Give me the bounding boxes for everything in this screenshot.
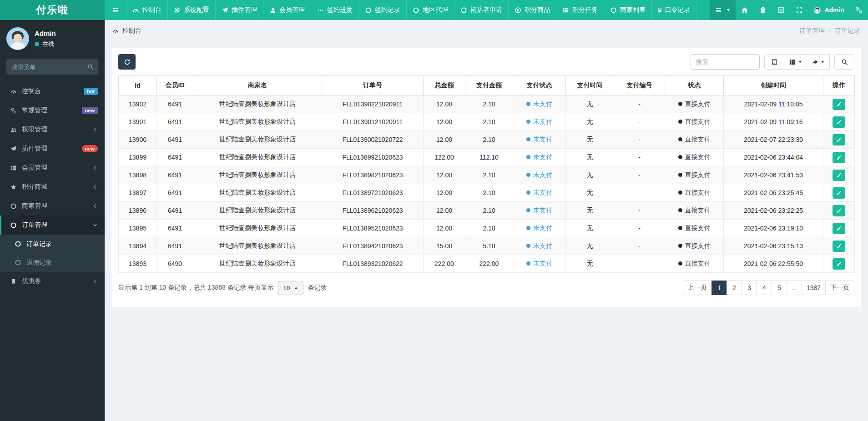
cell-created: 2021-02-06 22:55:50: [724, 255, 823, 273]
page-button[interactable]: ...: [787, 281, 802, 295]
column-header[interactable]: 支付时间: [566, 76, 614, 95]
search-icon: [841, 59, 848, 65]
brand-logo[interactable]: 付乐啦: [0, 0, 105, 20]
column-header[interactable]: 订单号: [322, 76, 424, 95]
table-footer: 显示第 1 到第 10 条记录，总共 13868 条记录 每页显示 10 ▲ 条…: [118, 281, 854, 295]
navbar-menu-item[interactable]: 插件管理: [216, 0, 263, 20]
export-icon: [812, 59, 818, 65]
cell-member-id: 6491: [157, 95, 193, 113]
edit-button[interactable]: [833, 223, 845, 234]
sidebar-search-input[interactable]: [6, 59, 98, 75]
navbar-icon-button[interactable]: [754, 0, 772, 20]
sidebar-item[interactable]: 订单记录: [0, 235, 105, 253]
edit-button[interactable]: [833, 134, 845, 145]
page-button[interactable]: 3: [742, 281, 757, 295]
page-button[interactable]: 下一页: [825, 281, 854, 295]
sidebar-item[interactable]: 优惠券: [0, 272, 105, 291]
user-menu[interactable]: Admin: [808, 0, 850, 20]
column-header[interactable]: Id: [119, 76, 157, 95]
cell-order-no: FLL01389921020623: [322, 149, 424, 166]
navbar-icon-button[interactable]: [790, 0, 808, 20]
page-button[interactable]: 2: [727, 281, 742, 295]
pencil-icon: [836, 119, 842, 125]
sidebar-item[interactable]: 控制台 hot: [0, 82, 105, 101]
cell-pay-status: 未支付: [513, 202, 566, 220]
navbar-menu-item[interactable]: 积分任务: [556, 0, 604, 20]
column-header[interactable]: 操作: [823, 76, 855, 95]
navbar-icon-button[interactable]: [772, 0, 790, 20]
column-header[interactable]: 支付金额: [465, 76, 513, 95]
column-header[interactable]: 总金额: [424, 76, 465, 95]
cell-status: 直接支付: [665, 237, 724, 255]
view-toggle-button[interactable]: ▼: [784, 54, 807, 70]
navbar-menu-item[interactable]: 签约记录: [359, 0, 407, 20]
sidebar-item[interactable]: 权限管理: [0, 120, 105, 139]
edit-button[interactable]: [833, 152, 845, 163]
pencil-icon: [836, 190, 842, 196]
cell-actions: [823, 220, 855, 237]
column-header[interactable]: 支付状态: [513, 76, 566, 95]
refresh-button[interactable]: [118, 54, 136, 70]
sidebar-item[interactable]: 插件管理 new: [0, 139, 105, 158]
sidebar-toggle-button[interactable]: [105, 0, 126, 20]
edit-button[interactable]: [833, 99, 845, 110]
page-button[interactable]: 4: [757, 281, 772, 295]
navbar-menu-item[interactable]: 积分商品: [509, 0, 556, 20]
status-dot-icon: [678, 102, 682, 106]
cell-pay-status: 未支付: [513, 184, 566, 202]
navbar-menu-item[interactable]: 商家列表: [604, 0, 652, 20]
settings-button[interactable]: [850, 0, 868, 20]
cell-paid: 222.00: [465, 255, 513, 273]
column-header[interactable]: 会员ID: [157, 76, 193, 95]
page-button[interactable]: 1: [712, 281, 727, 295]
cell-merchant: 世纪陆壹捌美妆形象设计店: [193, 255, 322, 273]
view-toggle-button[interactable]: ▼: [807, 54, 830, 70]
breadcrumb-item[interactable]: 订单记录: [835, 27, 860, 35]
cell-id: 13896: [119, 202, 157, 220]
sidebar-item[interactable]: 返佣记录: [0, 253, 105, 272]
cell-merchant: 世纪陆壹捌美妆形象设计店: [193, 184, 322, 202]
cell-actions: [823, 202, 855, 220]
navbar-menu-item[interactable]: 地区代理: [407, 0, 454, 20]
column-header[interactable]: 状态: [665, 76, 724, 95]
page-size-select[interactable]: 10 ▲: [278, 281, 304, 295]
pencil-icon: [836, 155, 842, 160]
send-icon: [222, 7, 228, 14]
edit-button[interactable]: [833, 170, 845, 181]
table-search-input[interactable]: [691, 54, 760, 70]
cell-pay-status: 未支付: [513, 95, 566, 113]
navbar-menu-item[interactable]: ¥ 口令记录: [652, 0, 696, 20]
edit-button[interactable]: [833, 205, 845, 216]
status-dot-icon: [526, 208, 530, 212]
edit-button[interactable]: [833, 258, 845, 270]
navbar-menu-item[interactable]: 控制台: [126, 0, 168, 20]
cell-paid: 2.10: [465, 113, 513, 131]
breadcrumb-item[interactable]: 订单管理: [799, 27, 825, 35]
view-toggle-button[interactable]: [764, 54, 784, 70]
sidebar-item[interactable]: 商家管理: [0, 196, 105, 216]
navbar-menu-item[interactable]: 系统配置: [168, 0, 216, 20]
sidebar-item[interactable]: 积分商城: [0, 177, 105, 196]
cell-created: 2021-02-06 23:25:45: [724, 184, 823, 202]
pencil-icon: [836, 226, 842, 231]
navbar-menu-item[interactable]: 拓店者申请: [454, 0, 509, 20]
column-header[interactable]: 支付编号: [614, 76, 665, 95]
column-header[interactable]: 商家名: [193, 76, 322, 95]
navbar-icon-button[interactable]: [736, 0, 754, 20]
menu-dropdown-button[interactable]: ▼: [710, 0, 736, 20]
page-button[interactable]: 1387: [802, 281, 826, 295]
sidebar-item[interactable]: 常规管理 new: [0, 101, 105, 120]
edit-button[interactable]: [833, 116, 845, 128]
navbar-menu-item[interactable]: 签约进度: [311, 0, 359, 20]
page-button[interactable]: 上一页: [683, 281, 712, 295]
edit-button[interactable]: [833, 187, 845, 199]
sidebar-item[interactable]: 订单管理: [0, 216, 105, 235]
search-icon[interactable]: [87, 64, 94, 70]
cell-id: 13897: [119, 184, 157, 202]
edit-button[interactable]: [833, 241, 845, 252]
column-header[interactable]: 创建时间: [724, 76, 823, 95]
page-button[interactable]: 5: [772, 281, 787, 295]
navbar-menu-item[interactable]: 会员管理: [263, 0, 311, 20]
sidebar-item[interactable]: 会员管理: [0, 158, 105, 177]
search-button[interactable]: [834, 54, 854, 70]
